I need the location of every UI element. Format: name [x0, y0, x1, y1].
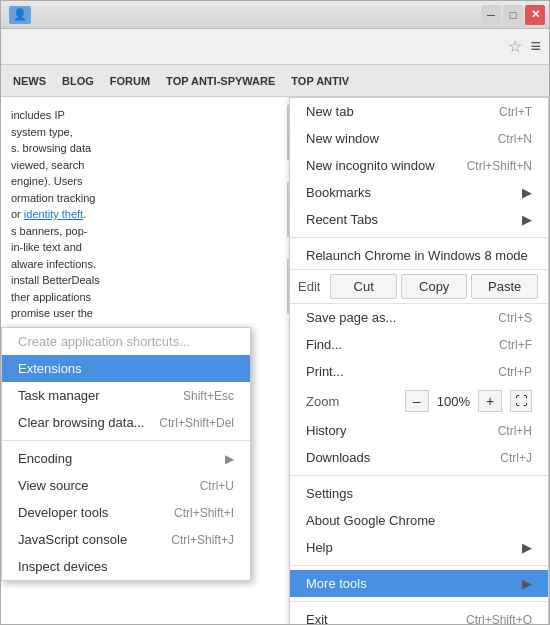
menu-more-tools-arrow: ▶ — [522, 576, 532, 591]
zoom-value: 100% — [429, 394, 478, 409]
menu-downloads[interactable]: Downloads Ctrl+J — [290, 444, 548, 471]
menu-print-label: Print... — [306, 364, 344, 379]
zoom-plus-button[interactable]: + — [478, 390, 502, 412]
menu-incognito-label: New incognito window — [306, 158, 435, 173]
menu-cut-button[interactable]: Cut — [330, 274, 397, 299]
menu-help-label: Help — [306, 540, 333, 555]
nav-bar: NEWS BLOG FORUM TOP ANTI-SPYWARE TOP ANT… — [1, 65, 549, 97]
menu-new-window-shortcut: Ctrl+N — [498, 132, 532, 146]
menu-print[interactable]: Print... Ctrl+P — [290, 358, 548, 385]
menu-copy-button[interactable]: Copy — [401, 274, 468, 299]
menu-bookmarks[interactable]: Bookmarks ▶ — [290, 179, 548, 206]
close-button[interactable]: ✕ — [525, 5, 545, 25]
bookmark-star-icon[interactable]: ☆ — [508, 37, 522, 56]
submenu-task-manager[interactable]: Task manager Shift+Esc — [2, 382, 250, 409]
nav-item-blog[interactable]: BLOG — [62, 75, 94, 87]
menu-downloads-label: Downloads — [306, 450, 370, 465]
menu-new-tab-label: New tab — [306, 104, 354, 119]
menu-recent-tabs[interactable]: Recent Tabs ▶ — [290, 206, 548, 233]
submenu-dev-tools[interactable]: Developer tools Ctrl+Shift+I — [2, 499, 250, 526]
submenu-task-manager-shortcut: Shift+Esc — [183, 389, 234, 403]
nav-item-antispyware[interactable]: TOP ANTI-SPYWARE — [166, 75, 275, 87]
submenu-clear-browsing-shortcut: Ctrl+Shift+Del — [159, 416, 234, 430]
chrome-main-menu[interactable]: New tab Ctrl+T New window Ctrl+N New inc… — [289, 97, 549, 624]
identity-theft-link[interactable]: identity theft — [24, 208, 83, 220]
menu-divider-3 — [290, 565, 548, 566]
menu-new-tab-shortcut: Ctrl+T — [499, 105, 532, 119]
nav-item-forum[interactable]: FORUM — [110, 75, 150, 87]
submenu-inspect-devices[interactable]: Inspect devices — [2, 553, 250, 580]
menu-history[interactable]: History Ctrl+H — [290, 417, 548, 444]
menu-find-label: Find... — [306, 337, 342, 352]
chrome-menu-icon[interactable]: ≡ — [530, 36, 541, 57]
minimize-button[interactable]: ─ — [481, 5, 501, 25]
menu-new-tab[interactable]: New tab Ctrl+T — [290, 98, 548, 125]
menu-history-label: History — [306, 423, 346, 438]
menu-save-page[interactable]: Save page as... Ctrl+S — [290, 304, 548, 331]
menu-find[interactable]: Find... Ctrl+F — [290, 331, 548, 358]
menu-edit-label: Edit — [298, 279, 320, 294]
menu-bookmarks-label: Bookmarks — [306, 185, 371, 200]
menu-more-tools-label: More tools — [306, 576, 367, 591]
submenu-view-source-shortcut: Ctrl+U — [200, 479, 234, 493]
user-icon: 👤 — [9, 6, 31, 24]
menu-save-page-label: Save page as... — [306, 310, 396, 325]
menu-edit-row: Edit Cut Copy Paste — [290, 269, 548, 304]
nav-item-news[interactable]: NEWS — [13, 75, 46, 87]
submenu-view-source-label: View source — [18, 478, 89, 493]
submenu-view-source[interactable]: View source Ctrl+U — [2, 472, 250, 499]
menu-exit[interactable]: Exit Ctrl+Shift+Q — [290, 606, 548, 624]
menu-zoom-row: Zoom – 100% + ⛶ — [290, 385, 548, 417]
menu-about-chrome-label: About Google Chrome — [306, 513, 435, 528]
menu-incognito[interactable]: New incognito window Ctrl+Shift+N — [290, 152, 548, 179]
zoom-minus-button[interactable]: – — [405, 390, 429, 412]
menu-history-shortcut: Ctrl+H — [498, 424, 532, 438]
menu-new-window-label: New window — [306, 131, 379, 146]
menu-recent-tabs-arrow: ▶ — [522, 212, 532, 227]
maximize-button[interactable]: □ — [503, 5, 523, 25]
title-bar: 👤 ─ □ ✕ — [1, 1, 549, 29]
content-area: includes IP system type, s. browsing dat… — [1, 97, 549, 624]
menu-divider-2 — [290, 475, 548, 476]
menu-save-page-shortcut: Ctrl+S — [498, 311, 532, 325]
menu-bookmarks-arrow: ▶ — [522, 185, 532, 200]
menu-print-shortcut: Ctrl+P — [498, 365, 532, 379]
menu-zoom-label: Zoom — [306, 394, 339, 409]
submenu-inspect-devices-label: Inspect devices — [18, 559, 108, 574]
submenu-divider-1 — [2, 440, 250, 441]
nav-item-antiv[interactable]: TOP ANTIV — [291, 75, 349, 87]
menu-divider-1 — [290, 237, 548, 238]
submenu-clear-browsing[interactable]: Clear browsing data... Ctrl+Shift+Del — [2, 409, 250, 436]
submenu-header: Create application shortcuts... — [2, 328, 250, 355]
menu-settings[interactable]: Settings — [290, 480, 548, 507]
menu-relaunch[interactable]: Relaunch Chrome in Windows 8 mode — [290, 242, 548, 269]
menu-new-window[interactable]: New window Ctrl+N — [290, 125, 548, 152]
submenu-extensions-label: Extensions — [18, 361, 82, 376]
menu-about-chrome[interactable]: About Google Chrome — [290, 507, 548, 534]
submenu-js-console[interactable]: JavaScript console Ctrl+Shift+J — [2, 526, 250, 553]
browser-toolbar: ☆ ≡ — [1, 29, 549, 65]
submenu-encoding-arrow: ▶ — [225, 452, 234, 466]
menu-divider-4 — [290, 601, 548, 602]
submenu-encoding-label: Encoding — [18, 451, 72, 466]
more-tools-submenu[interactable]: Create application shortcuts... Extensio… — [1, 327, 251, 581]
submenu-dev-tools-shortcut: Ctrl+Shift+I — [174, 506, 234, 520]
menu-find-shortcut: Ctrl+F — [499, 338, 532, 352]
menu-more-tools[interactable]: More tools ▶ — [290, 570, 548, 597]
menu-exit-label: Exit — [306, 612, 328, 624]
submenu-clear-browsing-label: Clear browsing data... — [18, 415, 144, 430]
zoom-control: – 100% + ⛶ — [405, 390, 532, 412]
fullscreen-button[interactable]: ⛶ — [510, 390, 532, 412]
menu-help[interactable]: Help ▶ — [290, 534, 548, 561]
browser-window: 👤 ─ □ ✕ ☆ ≡ NEWS BLOG FORUM TOP ANTI-SPY… — [0, 0, 550, 625]
menu-downloads-shortcut: Ctrl+J — [500, 451, 532, 465]
submenu-task-manager-label: Task manager — [18, 388, 100, 403]
menu-incognito-shortcut: Ctrl+Shift+N — [467, 159, 532, 173]
menu-relaunch-label: Relaunch Chrome in Windows 8 mode — [306, 248, 528, 263]
menu-paste-button[interactable]: Paste — [471, 274, 538, 299]
submenu-encoding[interactable]: Encoding ▶ — [2, 445, 250, 472]
submenu-extensions[interactable]: Extensions — [2, 355, 250, 382]
submenu-js-console-label: JavaScript console — [18, 532, 127, 547]
submenu-dev-tools-label: Developer tools — [18, 505, 108, 520]
submenu-js-console-shortcut: Ctrl+Shift+J — [171, 533, 234, 547]
